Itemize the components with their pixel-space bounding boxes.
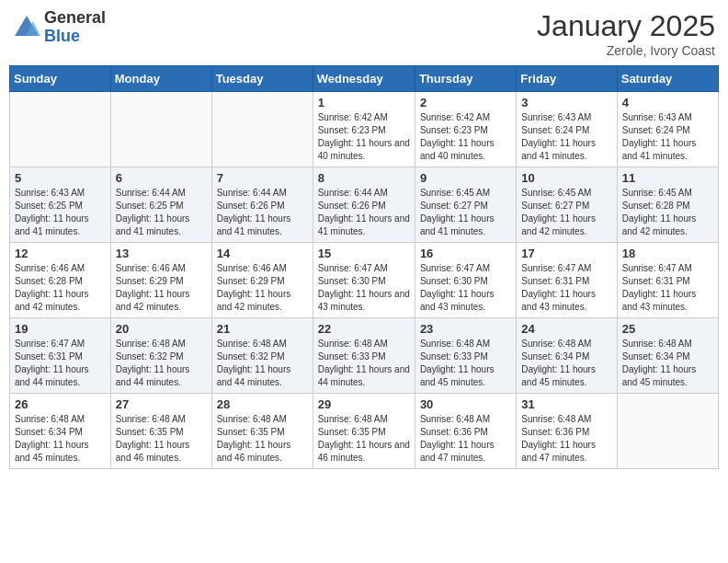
day-number: 22 (318, 322, 410, 336)
day-info: Sunrise: 6:43 AM Sunset: 6:25 PM Dayligh… (15, 187, 106, 238)
calendar-day-cell: 2Sunrise: 6:42 AM Sunset: 6:23 PM Daylig… (415, 92, 516, 167)
calendar-day-cell: 29Sunrise: 6:48 AM Sunset: 6:35 PM Dayli… (313, 394, 415, 469)
calendar-day-cell: 11Sunrise: 6:45 AM Sunset: 6:28 PM Dayli… (617, 167, 718, 243)
page-header: General Blue January 2025 Zerole, Ivory … (9, 9, 719, 58)
location: Zerole, Ivory Coast (537, 43, 715, 58)
logo: General Blue (13, 9, 106, 46)
day-number: 16 (420, 247, 511, 260)
day-number: 5 (15, 171, 106, 185)
logo-general-text: General (44, 9, 106, 28)
calendar-empty-cell (211, 92, 313, 167)
calendar-day-cell: 4Sunrise: 6:43 AM Sunset: 6:24 PM Daylig… (617, 92, 718, 167)
calendar-day-cell: 17Sunrise: 6:47 AM Sunset: 6:31 PM Dayli… (517, 243, 617, 318)
day-number: 21 (217, 322, 308, 336)
month-title: January 2025 (537, 9, 715, 43)
day-number: 25 (622, 322, 713, 336)
calendar-table: SundayMondayTuesdayWednesdayThursdayFrid… (9, 65, 719, 469)
calendar-day-cell: 26Sunrise: 6:48 AM Sunset: 6:34 PM Dayli… (10, 394, 111, 469)
day-info: Sunrise: 6:48 AM Sunset: 6:36 PM Dayligh… (521, 413, 611, 465)
day-number: 31 (521, 397, 611, 411)
day-number: 17 (521, 247, 611, 260)
day-number: 12 (15, 247, 106, 260)
day-info: Sunrise: 6:48 AM Sunset: 6:35 PM Dayligh… (318, 413, 410, 465)
day-info: Sunrise: 6:48 AM Sunset: 6:35 PM Dayligh… (217, 413, 308, 465)
day-number: 19 (15, 322, 106, 336)
day-info: Sunrise: 6:48 AM Sunset: 6:33 PM Dayligh… (318, 338, 410, 389)
calendar-day-cell: 14Sunrise: 6:46 AM Sunset: 6:29 PM Dayli… (211, 243, 313, 318)
day-info: Sunrise: 6:46 AM Sunset: 6:29 PM Dayligh… (116, 262, 207, 314)
weekday-header-tuesday: Tuesday (211, 66, 313, 92)
day-number: 6 (116, 171, 207, 185)
calendar-day-cell: 1Sunrise: 6:42 AM Sunset: 6:23 PM Daylig… (313, 92, 415, 167)
day-number: 1 (318, 96, 410, 109)
calendar-day-cell: 6Sunrise: 6:44 AM Sunset: 6:25 PM Daylig… (110, 167, 211, 243)
day-info: Sunrise: 6:47 AM Sunset: 6:31 PM Dayligh… (15, 338, 106, 389)
title-section: January 2025 Zerole, Ivory Coast (537, 9, 715, 58)
calendar-day-cell: 25Sunrise: 6:48 AM Sunset: 6:34 PM Dayli… (617, 318, 718, 394)
day-number: 18 (622, 247, 713, 260)
calendar-day-cell: 3Sunrise: 6:43 AM Sunset: 6:24 PM Daylig… (517, 92, 617, 167)
day-info: Sunrise: 6:43 AM Sunset: 6:24 PM Dayligh… (521, 111, 611, 163)
calendar-day-cell: 10Sunrise: 6:45 AM Sunset: 6:27 PM Dayli… (517, 167, 617, 243)
weekday-header-monday: Monday (110, 66, 211, 92)
day-info: Sunrise: 6:45 AM Sunset: 6:27 PM Dayligh… (420, 187, 511, 238)
day-info: Sunrise: 6:42 AM Sunset: 6:23 PM Dayligh… (318, 111, 410, 163)
weekday-header-sunday: Sunday (10, 66, 111, 92)
weekday-header-row: SundayMondayTuesdayWednesdayThursdayFrid… (10, 66, 719, 92)
day-number: 28 (217, 397, 308, 411)
day-info: Sunrise: 6:48 AM Sunset: 6:34 PM Dayligh… (521, 338, 611, 389)
calendar-day-cell: 28Sunrise: 6:48 AM Sunset: 6:35 PM Dayli… (211, 394, 313, 469)
calendar-day-cell: 7Sunrise: 6:44 AM Sunset: 6:26 PM Daylig… (211, 167, 313, 243)
day-number: 3 (521, 96, 611, 109)
day-number: 14 (217, 247, 308, 260)
calendar-day-cell: 12Sunrise: 6:46 AM Sunset: 6:28 PM Dayli… (10, 243, 111, 318)
day-info: Sunrise: 6:46 AM Sunset: 6:28 PM Dayligh… (15, 262, 106, 314)
calendar-day-cell: 27Sunrise: 6:48 AM Sunset: 6:35 PM Dayli… (110, 394, 211, 469)
calendar-day-cell: 18Sunrise: 6:47 AM Sunset: 6:31 PM Dayli… (617, 243, 718, 318)
day-number: 24 (521, 322, 611, 336)
day-info: Sunrise: 6:44 AM Sunset: 6:26 PM Dayligh… (217, 187, 308, 238)
day-number: 8 (318, 171, 410, 185)
calendar-day-cell: 5Sunrise: 6:43 AM Sunset: 6:25 PM Daylig… (10, 167, 111, 243)
calendar-day-cell: 15Sunrise: 6:47 AM Sunset: 6:30 PM Dayli… (313, 243, 415, 318)
day-info: Sunrise: 6:48 AM Sunset: 6:32 PM Dayligh… (217, 338, 308, 389)
weekday-header-friday: Friday (517, 66, 617, 92)
day-info: Sunrise: 6:45 AM Sunset: 6:27 PM Dayligh… (521, 187, 611, 238)
day-info: Sunrise: 6:44 AM Sunset: 6:26 PM Dayligh… (318, 187, 410, 238)
day-info: Sunrise: 6:48 AM Sunset: 6:34 PM Dayligh… (622, 338, 713, 389)
day-info: Sunrise: 6:43 AM Sunset: 6:24 PM Dayligh… (622, 111, 713, 163)
calendar-empty-cell (617, 394, 718, 469)
day-number: 11 (622, 171, 713, 185)
calendar-week-row: 26Sunrise: 6:48 AM Sunset: 6:34 PM Dayli… (10, 394, 719, 469)
day-info: Sunrise: 6:47 AM Sunset: 6:31 PM Dayligh… (521, 262, 611, 314)
calendar-day-cell: 22Sunrise: 6:48 AM Sunset: 6:33 PM Dayli… (313, 318, 415, 394)
calendar-day-cell: 20Sunrise: 6:48 AM Sunset: 6:32 PM Dayli… (110, 318, 211, 394)
day-number: 15 (318, 247, 410, 260)
weekday-header-wednesday: Wednesday (313, 66, 415, 92)
calendar-empty-cell (110, 92, 211, 167)
day-number: 9 (420, 171, 511, 185)
day-info: Sunrise: 6:46 AM Sunset: 6:29 PM Dayligh… (217, 262, 308, 314)
calendar-week-row: 19Sunrise: 6:47 AM Sunset: 6:31 PM Dayli… (10, 318, 719, 394)
calendar-day-cell: 23Sunrise: 6:48 AM Sunset: 6:33 PM Dayli… (415, 318, 516, 394)
calendar-day-cell: 16Sunrise: 6:47 AM Sunset: 6:30 PM Dayli… (415, 243, 516, 318)
calendar-day-cell: 31Sunrise: 6:48 AM Sunset: 6:36 PM Dayli… (517, 394, 617, 469)
day-number: 2 (420, 96, 511, 109)
calendar-day-cell: 30Sunrise: 6:48 AM Sunset: 6:36 PM Dayli… (415, 394, 516, 469)
calendar-week-row: 5Sunrise: 6:43 AM Sunset: 6:25 PM Daylig… (10, 167, 719, 243)
calendar-day-cell: 24Sunrise: 6:48 AM Sunset: 6:34 PM Dayli… (517, 318, 617, 394)
day-info: Sunrise: 6:48 AM Sunset: 6:33 PM Dayligh… (420, 338, 511, 389)
logo-blue-text: Blue (44, 28, 106, 46)
day-number: 23 (420, 322, 511, 336)
day-number: 10 (521, 171, 611, 185)
calendar-day-cell: 8Sunrise: 6:44 AM Sunset: 6:26 PM Daylig… (313, 167, 415, 243)
day-info: Sunrise: 6:47 AM Sunset: 6:30 PM Dayligh… (420, 262, 511, 314)
day-number: 7 (217, 171, 308, 185)
day-info: Sunrise: 6:47 AM Sunset: 6:30 PM Dayligh… (318, 262, 410, 314)
calendar-day-cell: 9Sunrise: 6:45 AM Sunset: 6:27 PM Daylig… (415, 167, 516, 243)
calendar-day-cell: 19Sunrise: 6:47 AM Sunset: 6:31 PM Dayli… (10, 318, 111, 394)
logo-icon (13, 14, 40, 41)
day-number: 26 (15, 397, 106, 411)
day-info: Sunrise: 6:42 AM Sunset: 6:23 PM Dayligh… (420, 111, 511, 163)
day-number: 27 (116, 397, 207, 411)
